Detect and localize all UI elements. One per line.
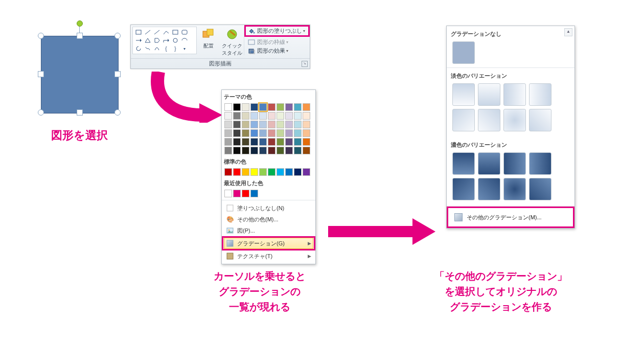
gradient-thumb[interactable] bbox=[478, 109, 500, 131]
gradient-thumb[interactable] bbox=[529, 83, 551, 106]
gradient-thumb[interactable] bbox=[529, 109, 551, 131]
color-swatch[interactable] bbox=[259, 121, 267, 128]
quickstyle-button[interactable]: クイック スタイル bbox=[221, 27, 243, 57]
gradient-item[interactable]: グラデーション(G) ▶ bbox=[224, 238, 313, 249]
color-swatch[interactable] bbox=[268, 121, 275, 128]
gradient-thumb[interactable] bbox=[529, 152, 551, 175]
shape-gallery[interactable]: { } ▾ bbox=[132, 27, 197, 54]
color-swatch[interactable] bbox=[242, 190, 249, 197]
color-swatch[interactable] bbox=[285, 121, 293, 128]
resize-handle[interactable] bbox=[38, 71, 44, 77]
gradient-thumb[interactable] bbox=[452, 178, 475, 200]
resize-handle[interactable] bbox=[77, 33, 83, 39]
texture-item[interactable]: テクスチャ(T) ▶ bbox=[224, 250, 313, 262]
color-swatch[interactable] bbox=[268, 147, 275, 154]
color-swatch[interactable] bbox=[259, 103, 267, 111]
selected-shape[interactable] bbox=[36, 26, 123, 112]
color-swatch[interactable] bbox=[233, 112, 241, 120]
color-swatch[interactable] bbox=[268, 129, 275, 137]
color-swatch[interactable] bbox=[233, 103, 241, 111]
color-swatch[interactable] bbox=[285, 168, 293, 176]
color-swatch[interactable] bbox=[233, 190, 241, 197]
color-swatch[interactable] bbox=[250, 121, 258, 128]
color-swatch[interactable] bbox=[224, 112, 232, 120]
gradient-thumb-none[interactable] bbox=[452, 41, 475, 64]
color-swatch[interactable] bbox=[277, 121, 284, 128]
picture-fill-item[interactable]: 図(P)... bbox=[224, 225, 313, 236]
color-swatch[interactable] bbox=[277, 103, 284, 111]
color-swatch[interactable] bbox=[277, 138, 284, 146]
color-swatch[interactable] bbox=[294, 112, 302, 120]
rotation-handle[interactable] bbox=[77, 20, 83, 27]
color-swatch[interactable] bbox=[285, 138, 293, 146]
color-swatch[interactable] bbox=[303, 138, 310, 146]
color-swatch[interactable] bbox=[303, 112, 310, 120]
color-swatch[interactable] bbox=[242, 129, 249, 137]
gradient-thumb[interactable] bbox=[452, 83, 475, 106]
more-colors-item[interactable]: 🎨 その他の色(M)... bbox=[224, 214, 313, 225]
color-swatch[interactable] bbox=[285, 129, 293, 137]
scroll-up-icon[interactable]: ▲ bbox=[564, 28, 572, 36]
color-swatch[interactable] bbox=[233, 138, 241, 146]
color-swatch[interactable] bbox=[294, 147, 302, 154]
color-swatch[interactable] bbox=[224, 138, 232, 146]
color-swatch[interactable] bbox=[242, 121, 249, 128]
color-swatch[interactable] bbox=[294, 168, 302, 176]
color-swatch[interactable] bbox=[259, 147, 267, 154]
color-swatch[interactable] bbox=[250, 103, 258, 111]
color-swatch[interactable] bbox=[303, 129, 310, 137]
color-swatch[interactable] bbox=[242, 138, 249, 146]
color-swatch[interactable] bbox=[303, 147, 310, 154]
color-swatch[interactable] bbox=[285, 103, 293, 111]
color-swatch[interactable] bbox=[250, 190, 258, 197]
color-swatch[interactable] bbox=[277, 129, 284, 137]
gradient-thumb[interactable] bbox=[452, 109, 475, 131]
color-swatch[interactable] bbox=[277, 112, 284, 120]
color-swatch[interactable] bbox=[224, 129, 232, 137]
gradient-thumb[interactable] bbox=[478, 178, 500, 200]
color-swatch[interactable] bbox=[224, 121, 232, 128]
color-swatch[interactable] bbox=[268, 112, 275, 120]
color-swatch[interactable] bbox=[224, 190, 232, 197]
color-swatch[interactable] bbox=[233, 147, 241, 154]
color-swatch[interactable] bbox=[285, 147, 293, 154]
color-swatch[interactable] bbox=[268, 138, 275, 146]
gradient-thumb[interactable] bbox=[478, 83, 500, 106]
color-swatch[interactable] bbox=[277, 168, 284, 176]
color-swatch[interactable] bbox=[285, 112, 293, 120]
color-swatch[interactable] bbox=[294, 129, 302, 137]
color-swatch[interactable] bbox=[294, 121, 302, 128]
color-swatch[interactable] bbox=[259, 129, 267, 137]
gradient-thumb[interactable] bbox=[503, 83, 526, 106]
arrange-button[interactable]: 配置 bbox=[198, 27, 219, 50]
color-swatch[interactable] bbox=[259, 112, 267, 120]
color-swatch[interactable] bbox=[259, 138, 267, 146]
color-swatch[interactable] bbox=[250, 147, 258, 154]
gradient-thumb[interactable] bbox=[452, 152, 475, 175]
color-swatch[interactable] bbox=[303, 103, 310, 111]
color-swatch[interactable] bbox=[242, 112, 249, 120]
resize-handle[interactable] bbox=[77, 109, 83, 116]
gradient-thumb[interactable] bbox=[529, 178, 551, 200]
shape-outline-button[interactable]: 図形の枠線 ▾ bbox=[246, 38, 308, 47]
more-gradients-item[interactable]: その他のグラデーション(M)... bbox=[450, 210, 571, 224]
resize-handle[interactable] bbox=[114, 71, 121, 77]
color-swatch[interactable] bbox=[224, 168, 232, 176]
color-swatch[interactable] bbox=[233, 129, 241, 137]
gradient-thumb[interactable] bbox=[503, 152, 526, 175]
color-swatch[interactable] bbox=[242, 103, 249, 111]
color-swatch[interactable] bbox=[250, 138, 258, 146]
color-swatch[interactable] bbox=[303, 121, 310, 128]
resize-handle[interactable] bbox=[114, 33, 121, 39]
resize-handle[interactable] bbox=[38, 33, 44, 39]
resize-handle[interactable] bbox=[114, 109, 121, 116]
color-swatch[interactable] bbox=[242, 168, 249, 176]
gradient-thumb[interactable] bbox=[503, 109, 526, 131]
color-swatch[interactable] bbox=[259, 168, 267, 176]
dialog-launcher-icon[interactable]: ↘ bbox=[302, 61, 308, 67]
color-swatch[interactable] bbox=[277, 147, 284, 154]
color-swatch[interactable] bbox=[294, 138, 302, 146]
shape-fill-button[interactable]: 図形の塗りつぶし ▾ bbox=[246, 27, 308, 35]
color-swatch[interactable] bbox=[250, 129, 258, 137]
gradient-thumb[interactable] bbox=[478, 152, 500, 175]
